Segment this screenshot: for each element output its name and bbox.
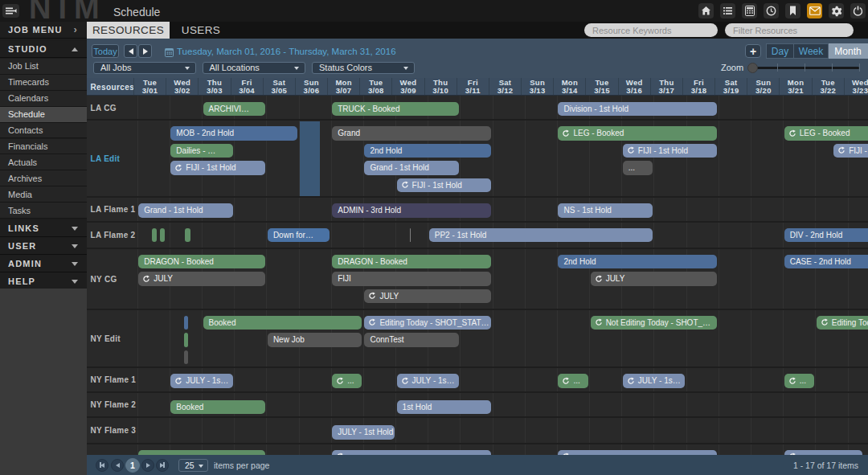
schedule-bar[interactable]: DRAGON - Booked (332, 255, 491, 269)
resource-row-label[interactable]: NY Flame 3 (91, 418, 137, 444)
sidebar-item-actuals[interactable]: Actuals (0, 154, 87, 170)
resource-row-label[interactable]: LA Flame 2 (91, 222, 136, 248)
schedule-bar[interactable]: FIJI - 1st Hold (170, 161, 265, 175)
schedule-bar[interactable]: Division - 1st Hold (558, 102, 717, 117)
schedule-bar[interactable]: ADMIN - 3rd Hold (332, 203, 491, 218)
schedule-bar[interactable]: ARCHIVI… (203, 102, 265, 117)
schedule-bar[interactable]: JULY (364, 289, 491, 304)
schedule-bar[interactable]: Not Editing Today - SHOT_… (591, 316, 718, 330)
view-month-button[interactable]: Month (829, 43, 868, 59)
schedule-bar[interactable] (160, 228, 166, 243)
add-event-button[interactable]: + (745, 44, 761, 58)
resource-row-label[interactable]: NY CG (91, 248, 117, 309)
schedule-bar[interactable]: ... (332, 374, 362, 388)
schedule-bar[interactable]: Editing Today - SHOT_STAT… (364, 316, 491, 330)
schedule-bar[interactable] (184, 350, 188, 365)
schedule-bar[interactable]: JULY - 1s… (397, 374, 459, 388)
view-day-button[interactable]: Day (766, 43, 794, 59)
schedule-bar[interactable]: ConnTest (364, 333, 459, 347)
schedule-bar[interactable]: JULY - 1st Hold (332, 425, 394, 440)
schedule-bar[interactable]: Editing Today - SHOT_STAT… (817, 316, 868, 330)
locations-filter-dropdown[interactable]: All Locations (203, 62, 305, 75)
selected-day-block[interactable] (300, 121, 320, 197)
sidebar-item-links[interactable]: LINKS (0, 220, 87, 237)
sidebar-item-job-menu[interactable]: JOB MENU› (0, 22, 87, 39)
schedule-bar[interactable]: ... (558, 374, 588, 388)
schedule-bar[interactable]: FIJI - 1st Hold (833, 144, 868, 158)
date-range-label[interactable]: Tuesday, March 01, 2016 - Thursday, Marc… (177, 47, 396, 56)
sidebar-item-archives[interactable]: Archives (0, 170, 87, 186)
schedule-bar[interactable]: Booked (170, 400, 265, 415)
schedule-bar[interactable]: TRUCK - Booked (332, 102, 459, 117)
schedule-bar[interactable]: DRAGON - Booked (138, 255, 265, 269)
home-button[interactable] (698, 3, 714, 18)
schedule-bar[interactable]: 2nd Hold (364, 144, 491, 158)
current-page-button[interactable]: 1 (125, 458, 140, 473)
sidebar-item-schedule[interactable]: Schedule (0, 107, 87, 123)
resource-row-label[interactable]: NY Flame 2 (91, 392, 137, 418)
schedule-bar[interactable]: MOB - 2nd Hold (170, 126, 297, 141)
schedule-bar[interactable] (184, 316, 188, 330)
settings-button[interactable] (829, 3, 844, 18)
sidebar-item-user[interactable]: USER (0, 238, 87, 255)
last-page-button[interactable] (156, 459, 169, 472)
items-per-page-dropdown[interactable]: 25 (178, 459, 208, 472)
sidebar-item-help[interactable]: HELP (0, 273, 87, 290)
schedule-bar[interactable] (184, 333, 188, 347)
resource-keywords-input[interactable] (584, 23, 718, 37)
status-colors-dropdown[interactable]: Status Colors (312, 62, 415, 75)
schedule-bar[interactable]: ... (784, 374, 814, 388)
sidebar-item-job-list[interactable]: Job List (0, 59, 87, 75)
schedule-bar[interactable]: Down for… (268, 228, 330, 243)
schedule-bar[interactable]: Dailies - … (170, 144, 232, 158)
filter-resources-input[interactable] (725, 23, 854, 37)
prev-button[interactable] (124, 44, 137, 58)
power-button[interactable] (850, 3, 866, 18)
schedule-bar[interactable]: CASE - 2nd Hold (784, 255, 868, 269)
schedule-bar[interactable]: FIJI - 1st Hold (623, 144, 718, 158)
schedule-bar[interactable]: JULY (138, 272, 265, 286)
resource-row-label[interactable]: NY Flame 1 (91, 368, 137, 393)
resource-row-label[interactable]: LA Flame 1 (91, 198, 136, 223)
sidebar-item-financials[interactable]: Financials (0, 139, 87, 155)
resource-row-label[interactable]: LA Edit (91, 121, 121, 198)
sidebar-item-studio[interactable]: STUDIO (0, 41, 87, 58)
sidebar-item-calendars[interactable]: Calendars (0, 91, 87, 107)
next-button[interactable] (138, 44, 152, 58)
calculator-button[interactable] (742, 3, 757, 18)
schedule-bar[interactable] (152, 228, 158, 243)
schedule-bar[interactable]: PP2 - 1st Hold (429, 228, 653, 243)
first-page-button[interactable] (96, 459, 108, 472)
resource-row-label[interactable]: LA CG (91, 96, 117, 121)
schedule-bar[interactable]: ... (623, 161, 653, 175)
prev-page-button[interactable] (111, 459, 124, 472)
view-week-button[interactable]: Week (794, 43, 829, 59)
sidebar-item-media[interactable]: Media (0, 186, 87, 203)
jobs-filter-dropdown[interactable]: All Jobs (93, 62, 196, 75)
clock-button[interactable] (764, 3, 779, 18)
today-button[interactable]: Today (92, 44, 119, 58)
schedule-bar[interactable]: 2nd Hold (558, 255, 717, 269)
schedule-bar[interactable]: FIJI - 1st Hold (397, 178, 492, 193)
sidebar-item-contacts[interactable]: Contacts (0, 123, 87, 139)
schedule-bar[interactable] (410, 228, 411, 243)
schedule-bar[interactable]: JULY - 1s… (170, 374, 232, 388)
tab-resources[interactable]: RESOURCES (87, 22, 170, 39)
sidebar-item-admin[interactable]: ADMIN (0, 256, 87, 272)
schedule-bar[interactable]: 1st Hold (397, 400, 492, 415)
schedule-bar[interactable]: NS - 1st Hold (558, 203, 653, 218)
sidebar-item-tasks[interactable]: Tasks (0, 203, 87, 219)
schedule-bar[interactable]: JULY (591, 272, 718, 286)
schedule-bar[interactable]: Grand (332, 126, 491, 141)
schedule-bar[interactable]: New Job (268, 333, 362, 347)
zoom-slider-handle[interactable] (747, 63, 758, 73)
schedule-bar[interactable]: LEG - Booked (558, 126, 717, 141)
sidebar-item-timecards[interactable]: Timecards (0, 75, 87, 91)
schedule-bar[interactable]: FIJI (332, 272, 491, 286)
tab-users[interactable]: USERS (170, 22, 232, 39)
schedule-bar[interactable]: Booked (203, 316, 362, 330)
mail-button[interactable] (807, 3, 822, 18)
next-page-button[interactable] (141, 459, 154, 472)
collapse-menu-button[interactable] (2, 4, 19, 18)
bookmark-button[interactable] (785, 3, 800, 18)
